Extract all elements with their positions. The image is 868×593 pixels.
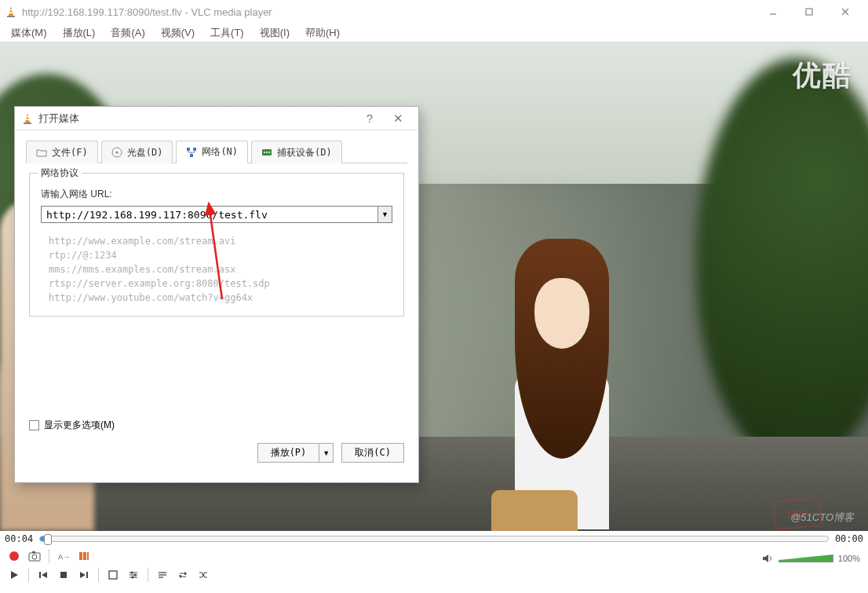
vlc-cone-icon: [5, 5, 17, 18]
dialog-title: 打开媒体: [38, 112, 356, 126]
menu-media[interactable]: 媒体(M): [3, 24, 55, 42]
svg-marker-34: [25, 113, 30, 123]
svg-point-39: [115, 152, 118, 154]
svg-marker-15: [11, 571, 18, 579]
watermark-youku: 优酷: [793, 57, 852, 95]
dialog-titlebar[interactable]: 打开媒体 ? ✕: [15, 107, 418, 130]
menu-bar: 媒体(M) 播放(L) 音频(A) 视频(V) 工具(T) 视图(I) 帮助(H…: [0, 24, 868, 42]
menu-view[interactable]: 视图(I): [252, 24, 297, 42]
dialog-tabs: 文件(F) 光盘(D) 网络(N) 捕获设备(D): [26, 140, 407, 163]
show-more-options[interactable]: 显示更多选项(M): [29, 419, 404, 432]
svg-rect-40: [187, 148, 190, 151]
tab-network-label: 网络(N): [202, 145, 238, 159]
svg-rect-20: [86, 572, 88, 578]
tab-network[interactable]: 网络(N): [176, 141, 248, 163]
seek-row: 00:04 00:00: [0, 531, 868, 547]
maximize-button[interactable]: [791, 0, 827, 24]
url-label: 请输入网络 URL:: [41, 188, 392, 201]
svg-rect-18: [60, 572, 67, 578]
svg-point-45: [266, 152, 268, 153]
volume-control: 100%: [761, 552, 860, 565]
menu-playback[interactable]: 播放(L): [55, 24, 104, 42]
loop-button[interactable]: [173, 566, 192, 584]
url-examples: http://www.example.com/stream.avi rtp://…: [41, 234, 392, 305]
play-dropdown-button[interactable]: ▼: [319, 443, 334, 463]
menu-audio[interactable]: 音频(A): [103, 24, 152, 42]
minimize-button[interactable]: [755, 0, 791, 24]
show-more-checkbox[interactable]: [29, 420, 39, 430]
playlist-button[interactable]: [153, 566, 172, 584]
svg-rect-42: [190, 154, 193, 157]
dialog-close-button[interactable]: ✕: [384, 112, 412, 126]
volume-percent: 100%: [838, 554, 860, 563]
menu-video[interactable]: 视频(V): [153, 24, 202, 42]
disc-icon: [111, 147, 122, 158]
show-more-label: 显示更多选项(M): [44, 419, 115, 432]
shuffle-button[interactable]: [194, 566, 213, 584]
tab-file[interactable]: 文件(F): [26, 141, 98, 163]
svg-rect-37: [26, 119, 30, 120]
toolbar-record-row: A→B: [0, 547, 868, 566]
prev-track-button[interactable]: [34, 566, 53, 584]
svg-point-26: [134, 574, 137, 577]
play-button-dialog[interactable]: 播放(P): [257, 443, 320, 463]
volume-slider[interactable]: [779, 555, 833, 562]
close-button[interactable]: [827, 0, 863, 24]
stop-button[interactable]: [54, 566, 73, 584]
svg-marker-0: [9, 6, 13, 16]
capture-icon: [261, 147, 272, 158]
svg-rect-16: [39, 572, 41, 578]
frame-step-button[interactable]: [75, 547, 93, 565]
next-track-button[interactable]: [75, 566, 93, 584]
open-media-dialog: 打开媒体 ? ✕ 文件(F) 光盘(D) 网络(N) 捕获设备(D) 网络协议 …: [14, 106, 419, 483]
url-combobox: ▼: [41, 206, 392, 223]
group-legend: 网络协议: [38, 167, 82, 180]
fullscreen-button[interactable]: [104, 566, 122, 584]
elapsed-time[interactable]: 00:04: [5, 533, 33, 544]
total-time[interactable]: 00:00: [835, 533, 863, 544]
svg-rect-41: [193, 148, 196, 151]
svg-point-9: [32, 555, 37, 559]
cancel-button[interactable]: 取消(C): [341, 443, 404, 463]
dialog-button-row: 播放(P) ▼ 取消(C): [15, 438, 418, 470]
atob-loop-button[interactable]: A→B: [54, 547, 73, 565]
svg-rect-14: [87, 552, 89, 560]
watermark-source: @51CTO博客: [790, 511, 854, 525]
svg-point-25: [131, 572, 133, 574]
speaker-icon[interactable]: [761, 552, 774, 565]
seek-slider[interactable]: [39, 536, 829, 542]
svg-rect-36: [26, 116, 29, 118]
tab-file-label: 文件(F): [52, 146, 88, 159]
folder-icon: [36, 147, 47, 158]
toolbar-playback-row: 100%: [0, 566, 868, 584]
svg-rect-13: [83, 552, 86, 560]
svg-point-44: [264, 152, 265, 153]
window-title: http://192.168.199.117:8090/test.flv - V…: [22, 6, 755, 18]
svg-rect-2: [9, 9, 13, 11]
vlc-cone-icon: [21, 112, 34, 125]
menu-help[interactable]: 帮助(H): [297, 24, 348, 42]
url-input[interactable]: [42, 207, 377, 222]
svg-rect-12: [79, 552, 82, 560]
svg-marker-17: [42, 572, 47, 578]
extended-settings-button[interactable]: [124, 566, 143, 584]
svg-rect-1: [7, 16, 15, 17]
network-protocol-group: 网络协议 请输入网络 URL: ▼ http://www.example.com…: [29, 173, 404, 317]
tab-disc[interactable]: 光盘(D): [101, 141, 173, 163]
snapshot-button[interactable]: [25, 547, 44, 565]
svg-marker-19: [80, 572, 86, 578]
svg-point-27: [132, 577, 134, 579]
svg-text:A→B: A→B: [58, 553, 70, 561]
url-dropdown-button[interactable]: ▼: [377, 207, 392, 222]
tab-capture[interactable]: 捕获设备(D): [251, 141, 342, 163]
dialog-help-button[interactable]: ?: [356, 112, 384, 125]
play-button[interactable]: [5, 566, 24, 584]
svg-rect-10: [32, 551, 35, 553]
svg-marker-33: [763, 555, 768, 562]
play-split-button: 播放(P) ▼: [257, 443, 334, 463]
svg-rect-3: [9, 13, 13, 14]
record-button[interactable]: [5, 547, 24, 565]
menu-tools[interactable]: 工具(T): [202, 24, 252, 42]
svg-rect-5: [806, 9, 812, 15]
svg-rect-21: [109, 571, 117, 579]
